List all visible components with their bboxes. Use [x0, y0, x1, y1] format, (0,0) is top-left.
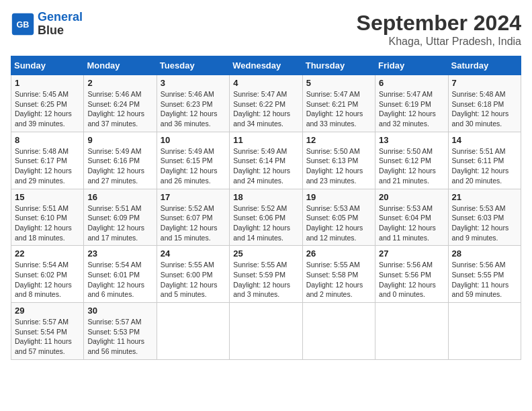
logo-icon: GB: [11, 12, 35, 36]
weekday-header-row: SundayMondayTuesdayWednesdayThursdayFrid…: [11, 56, 521, 75]
day-number: 18: [233, 192, 298, 202]
day-info: Sunrise: 5:55 AM Sunset: 5:59 PM Dayligh…: [233, 260, 298, 300]
day-number: 13: [379, 135, 444, 145]
day-number: 19: [306, 192, 371, 202]
calendar-cell: [157, 303, 229, 360]
calendar-cell: 19 Sunrise: 5:53 AM Sunset: 6:05 PM Dayl…: [302, 189, 375, 246]
day-number: 28: [452, 248, 517, 259]
weekday-header: Wednesday: [230, 56, 302, 75]
day-number: 1: [15, 78, 80, 88]
calendar-cell: 3 Sunrise: 5:46 AM Sunset: 6:23 PM Dayli…: [157, 75, 229, 132]
calendar-cell: 22 Sunrise: 5:54 AM Sunset: 6:02 PM Dayl…: [11, 246, 84, 303]
title-block: September 2024 Khaga, Uttar Pradesh, Ind…: [357, 11, 521, 48]
day-number: 23: [87, 248, 152, 259]
calendar-week-row: 15 Sunrise: 5:51 AM Sunset: 6:10 PM Dayl…: [11, 189, 521, 246]
weekday-header: Saturday: [448, 56, 521, 75]
calendar-cell: 30 Sunrise: 5:57 AM Sunset: 5:53 PM Dayl…: [84, 303, 157, 360]
day-info: Sunrise: 5:54 AM Sunset: 6:02 PM Dayligh…: [15, 260, 80, 300]
calendar-cell: [448, 303, 521, 360]
location: Khaga, Uttar Pradesh, India: [357, 36, 521, 48]
day-number: 9: [87, 135, 152, 145]
day-number: 10: [161, 135, 226, 145]
day-number: 25: [233, 248, 298, 259]
day-info: Sunrise: 5:57 AM Sunset: 5:53 PM Dayligh…: [87, 317, 152, 357]
logo: GB General Blue: [11, 11, 83, 38]
day-number: 8: [15, 135, 80, 145]
calendar-cell: [375, 303, 448, 360]
day-number: 2: [87, 78, 152, 88]
calendar-cell: 25 Sunrise: 5:55 AM Sunset: 5:59 PM Dayl…: [230, 246, 302, 303]
day-info: Sunrise: 5:55 AM Sunset: 6:00 PM Dayligh…: [161, 260, 226, 300]
calendar-cell: 7 Sunrise: 5:48 AM Sunset: 6:18 PM Dayli…: [448, 75, 521, 132]
calendar-cell: 5 Sunrise: 5:47 AM Sunset: 6:21 PM Dayli…: [302, 75, 375, 132]
weekday-header: Thursday: [302, 56, 375, 75]
calendar-cell: 27 Sunrise: 5:56 AM Sunset: 5:56 PM Dayl…: [375, 246, 448, 303]
logo-line1: General: [38, 10, 83, 24]
day-info: Sunrise: 5:54 AM Sunset: 6:01 PM Dayligh…: [87, 260, 152, 300]
day-number: 26: [306, 248, 371, 259]
calendar-week-row: 8 Sunrise: 5:48 AM Sunset: 6:17 PM Dayli…: [11, 132, 521, 189]
calendar-cell: 23 Sunrise: 5:54 AM Sunset: 6:01 PM Dayl…: [84, 246, 157, 303]
day-info: Sunrise: 5:47 AM Sunset: 6:22 PM Dayligh…: [233, 89, 298, 129]
day-number: 7: [452, 78, 517, 88]
day-number: 24: [161, 248, 226, 259]
day-info: Sunrise: 5:47 AM Sunset: 6:21 PM Dayligh…: [306, 89, 371, 129]
svg-text:GB: GB: [17, 20, 30, 30]
day-info: Sunrise: 5:50 AM Sunset: 6:13 PM Dayligh…: [306, 146, 371, 186]
day-number: 15: [15, 192, 80, 202]
day-number: 4: [233, 78, 298, 88]
day-info: Sunrise: 5:52 AM Sunset: 6:06 PM Dayligh…: [233, 203, 298, 243]
month-title: September 2024: [357, 11, 521, 36]
weekday-header: Friday: [375, 56, 448, 75]
day-info: Sunrise: 5:57 AM Sunset: 5:54 PM Dayligh…: [15, 317, 80, 357]
day-info: Sunrise: 5:56 AM Sunset: 5:56 PM Dayligh…: [379, 260, 444, 300]
calendar-cell: 17 Sunrise: 5:52 AM Sunset: 6:07 PM Dayl…: [157, 189, 229, 246]
calendar-cell: 20 Sunrise: 5:53 AM Sunset: 6:04 PM Dayl…: [375, 189, 448, 246]
calendar-cell: 14 Sunrise: 5:51 AM Sunset: 6:11 PM Dayl…: [448, 132, 521, 189]
weekday-header: Sunday: [11, 56, 84, 75]
calendar-cell: 8 Sunrise: 5:48 AM Sunset: 6:17 PM Dayli…: [11, 132, 84, 189]
day-number: 3: [161, 78, 226, 88]
calendar-cell: 9 Sunrise: 5:49 AM Sunset: 6:16 PM Dayli…: [84, 132, 157, 189]
day-number: 11: [233, 135, 298, 145]
day-number: 21: [452, 192, 517, 202]
day-info: Sunrise: 5:55 AM Sunset: 5:58 PM Dayligh…: [306, 260, 371, 300]
day-info: Sunrise: 5:51 AM Sunset: 6:09 PM Dayligh…: [87, 203, 152, 243]
day-info: Sunrise: 5:51 AM Sunset: 6:11 PM Dayligh…: [452, 146, 517, 186]
calendar-cell: [302, 303, 375, 360]
day-info: Sunrise: 5:49 AM Sunset: 6:15 PM Dayligh…: [161, 146, 226, 186]
day-info: Sunrise: 5:53 AM Sunset: 6:03 PM Dayligh…: [452, 203, 517, 243]
day-info: Sunrise: 5:49 AM Sunset: 6:14 PM Dayligh…: [233, 146, 298, 186]
calendar-week-row: 1 Sunrise: 5:45 AM Sunset: 6:25 PM Dayli…: [11, 75, 521, 132]
calendar-cell: 6 Sunrise: 5:47 AM Sunset: 6:19 PM Dayli…: [375, 75, 448, 132]
day-info: Sunrise: 5:46 AM Sunset: 6:23 PM Dayligh…: [161, 89, 226, 129]
weekday-header: Tuesday: [157, 56, 229, 75]
calendar-cell: 24 Sunrise: 5:55 AM Sunset: 6:00 PM Dayl…: [157, 246, 229, 303]
day-info: Sunrise: 5:46 AM Sunset: 6:24 PM Dayligh…: [87, 89, 152, 129]
day-number: 6: [379, 78, 444, 88]
day-number: 5: [306, 78, 371, 88]
calendar-cell: 10 Sunrise: 5:49 AM Sunset: 6:15 PM Dayl…: [157, 132, 229, 189]
calendar-table: SundayMondayTuesdayWednesdayThursdayFrid…: [11, 56, 521, 360]
logo-text: General Blue: [38, 11, 83, 38]
day-info: Sunrise: 5:50 AM Sunset: 6:12 PM Dayligh…: [379, 146, 444, 186]
calendar-cell: 16 Sunrise: 5:51 AM Sunset: 6:09 PM Dayl…: [84, 189, 157, 246]
day-number: 20: [379, 192, 444, 202]
day-number: 27: [379, 248, 444, 259]
day-info: Sunrise: 5:56 AM Sunset: 5:55 PM Dayligh…: [452, 260, 517, 300]
calendar-cell: 12 Sunrise: 5:50 AM Sunset: 6:13 PM Dayl…: [302, 132, 375, 189]
calendar-cell: 28 Sunrise: 5:56 AM Sunset: 5:55 PM Dayl…: [448, 246, 521, 303]
day-info: Sunrise: 5:53 AM Sunset: 6:04 PM Dayligh…: [379, 203, 444, 243]
day-info: Sunrise: 5:47 AM Sunset: 6:19 PM Dayligh…: [379, 89, 444, 129]
calendar-cell: 4 Sunrise: 5:47 AM Sunset: 6:22 PM Dayli…: [230, 75, 302, 132]
calendar-cell: 18 Sunrise: 5:52 AM Sunset: 6:06 PM Dayl…: [230, 189, 302, 246]
weekday-header: Monday: [84, 56, 157, 75]
calendar-cell: 2 Sunrise: 5:46 AM Sunset: 6:24 PM Dayli…: [84, 75, 157, 132]
calendar-cell: 26 Sunrise: 5:55 AM Sunset: 5:58 PM Dayl…: [302, 246, 375, 303]
day-number: 22: [15, 248, 80, 259]
day-number: 17: [161, 192, 226, 202]
logo-line2: Blue: [38, 24, 83, 38]
calendar-cell: [230, 303, 302, 360]
day-info: Sunrise: 5:48 AM Sunset: 6:17 PM Dayligh…: [15, 146, 80, 186]
day-info: Sunrise: 5:51 AM Sunset: 6:10 PM Dayligh…: [15, 203, 80, 243]
